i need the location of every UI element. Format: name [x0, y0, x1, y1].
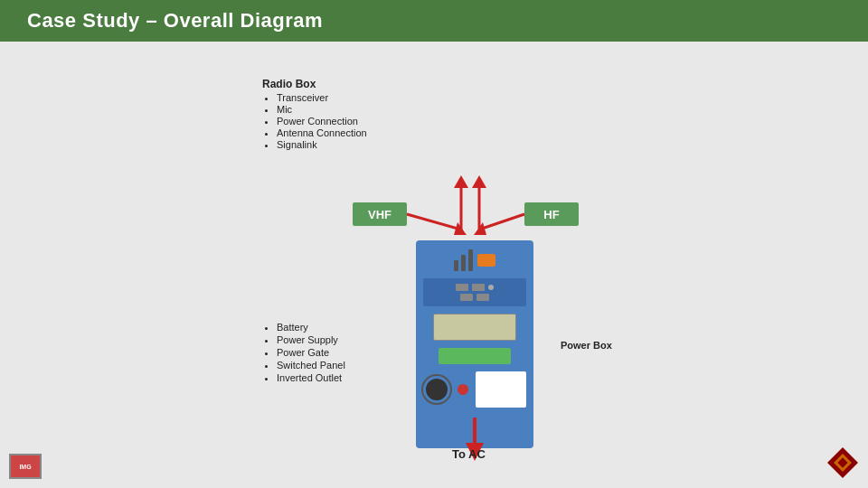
bottom-list: Battery Power Supply Power Gate Switched…: [262, 322, 345, 385]
control-knob-1: [456, 284, 468, 291]
red-light: [458, 384, 468, 395]
power-box-label: Power Box: [561, 340, 612, 351]
corner-logo-right: [826, 446, 859, 479]
list-item: Antenna Connection: [277, 127, 367, 138]
radio-box-title: Radio Box: [262, 78, 367, 90]
page-title: Case Study – Overall Diagram: [27, 9, 323, 32]
radio-box-list: Transceiver Mic Power Connection Antenna…: [262, 92, 367, 150]
svg-marker-11: [472, 175, 486, 188]
list-item: Battery: [277, 322, 345, 333]
signal-bars: [454, 249, 473, 271]
list-item: Inverted Outlet: [277, 372, 345, 383]
corner-logo-left: IMG: [9, 454, 42, 479]
bar-1: [454, 260, 458, 271]
control-knob-4: [476, 294, 489, 301]
diagram-screen: [433, 314, 515, 341]
white-panel: [476, 371, 526, 408]
list-item: Mic: [277, 104, 367, 115]
page-header: Case Study – Overall Diagram: [0, 0, 868, 42]
bar-3: [468, 249, 473, 271]
control-row-1: [427, 284, 523, 291]
orange-indicator: [477, 254, 495, 267]
svg-marker-9: [454, 175, 468, 188]
speaker: [423, 376, 450, 403]
control-dot-1: [488, 285, 494, 290]
power-box-list: Battery Power Supply Power Gate Switched…: [262, 322, 345, 383]
svg-text:VHF: VHF: [368, 208, 392, 221]
radio-box-label: Radio Box Transceiver Mic Power Connecti…: [262, 78, 367, 151]
to-ac-label: To AC: [452, 447, 486, 461]
control-row-2: [427, 294, 523, 301]
list-item: Signalink: [277, 139, 367, 150]
svg-line-4: [407, 214, 461, 230]
list-item: Switched Panel: [277, 360, 345, 371]
bar-2: [461, 255, 466, 271]
diagram-top-row: [423, 249, 526, 271]
svg-line-6: [479, 214, 524, 230]
diagram-controls: [423, 278, 526, 306]
control-knob-3: [460, 294, 473, 301]
list-item: Power Connection: [277, 116, 367, 127]
list-item: Transceiver: [277, 92, 367, 103]
svg-text:HF: HF: [543, 208, 559, 221]
control-knob-2: [472, 284, 485, 291]
list-item: Power Supply: [277, 334, 345, 345]
list-item: Power Gate: [277, 347, 345, 358]
main-content: Radio Box Transceiver Mic Power Connecti…: [0, 42, 868, 488]
green-button: [439, 348, 511, 364]
